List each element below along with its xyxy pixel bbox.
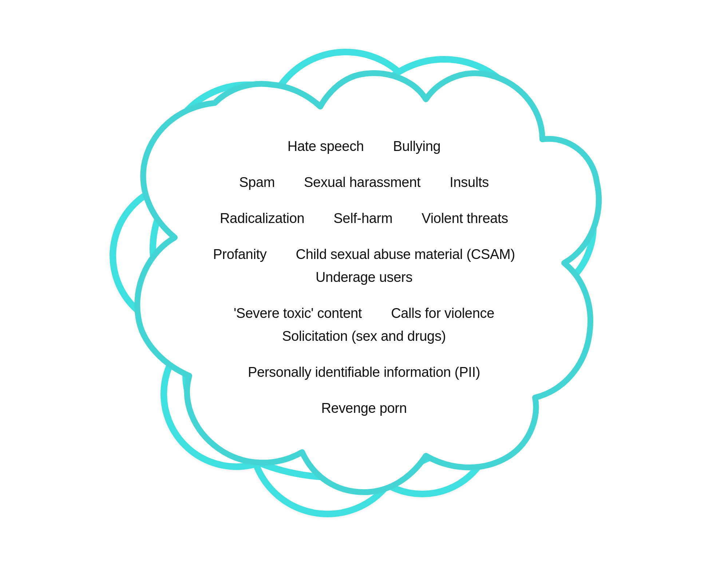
- item-sexual-harassment: Sexual harassment: [293, 175, 431, 190]
- item-violent-threats: Violent threats: [411, 211, 519, 226]
- content-row-6: Personally identifiable information (PII…: [167, 364, 561, 380]
- item-self-harm: Self-harm: [323, 211, 403, 226]
- content-row-1: Hate speech Bullying: [167, 139, 561, 154]
- cloud-text-content: Hate speech Bullying Spam Sexual harassm…: [146, 99, 582, 463]
- item-hate-speech: Hate speech: [277, 139, 375, 154]
- content-row-7: Revenge porn: [167, 400, 561, 416]
- content-row-4: Profanity Child sexual abuse material (C…: [167, 247, 561, 285]
- item-bullying: Bullying: [382, 139, 452, 154]
- content-row-3: Radicalization Self-harm Violent threats: [167, 211, 561, 226]
- item-csam: Child sexual abuse material (CSAM): [285, 247, 526, 262]
- item-spam: Spam: [228, 175, 286, 190]
- item-profanity: Profanity: [202, 247, 277, 262]
- item-insults: Insults: [439, 175, 500, 190]
- item-underage-users: Underage users: [305, 270, 423, 285]
- item-solicitation: Solicitation (sex and drugs): [271, 328, 457, 344]
- item-radicalization: Radicalization: [209, 211, 315, 226]
- item-calls-for-violence: Calls for violence: [380, 306, 505, 321]
- item-revenge-porn: Revenge porn: [310, 400, 418, 416]
- content-row-2: Spam Sexual harassment Insults: [167, 175, 561, 190]
- item-severe-toxic: 'Severe toxic' content: [223, 306, 373, 321]
- cloud-diagram: Hate speech Bullying Spam Sexual harassm…: [73, 30, 655, 532]
- item-pii: Personally identifiable information (PII…: [237, 364, 491, 380]
- content-row-5: 'Severe toxic' content Calls for violenc…: [167, 306, 561, 344]
